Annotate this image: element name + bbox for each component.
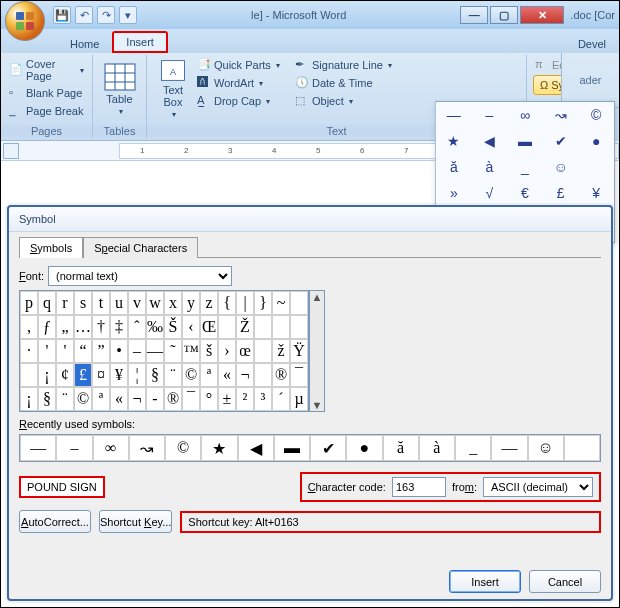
tab-home[interactable]: Home: [57, 34, 112, 53]
quick-parts-button[interactable]: 📑Quick Parts▾: [195, 57, 291, 73]
symbol-cell[interactable]: §: [38, 387, 56, 411]
symbol-quick-cell[interactable]: –: [472, 102, 508, 128]
save-icon[interactable]: 💾: [53, 6, 71, 24]
symbol-quick-cell[interactable]: ◀: [472, 128, 508, 154]
symbol-cell[interactable]: ¦: [128, 363, 146, 387]
signature-line-button[interactable]: ✒Signature Line▾: [293, 57, 405, 73]
symbol-quick-cell[interactable]: _: [507, 154, 543, 180]
symbol-quick-cell[interactable]: ☺: [543, 154, 579, 180]
symbol-cell[interactable]: |: [236, 291, 254, 315]
symbol-cell[interactable]: Ž: [236, 315, 254, 339]
symbol-cell[interactable]: ‰: [146, 315, 164, 339]
symbol-cell[interactable]: z: [200, 291, 218, 315]
recent-symbol-cell[interactable]: _: [455, 435, 491, 461]
symbol-cell[interactable]: ¥: [110, 363, 128, 387]
blank-page-button[interactable]: ▫Blank Page: [7, 85, 86, 101]
minimize-button[interactable]: —: [460, 6, 488, 24]
symbol-quick-cell[interactable]: €: [507, 180, 543, 206]
symbol-cell[interactable]: w: [146, 291, 164, 315]
recent-symbol-cell[interactable]: ©: [165, 435, 201, 461]
symbol-cell[interactable]: °: [200, 387, 218, 411]
symbol-cell[interactable]: ™: [182, 339, 200, 363]
symbol-cell[interactable]: v: [128, 291, 146, 315]
symbol-cell[interactable]: —: [146, 339, 164, 363]
symbol-cell[interactable]: •: [110, 339, 128, 363]
symbol-cell[interactable]: ›: [218, 339, 236, 363]
recent-symbol-cell[interactable]: —: [491, 435, 527, 461]
symbol-quick-cell[interactable]: ∞: [507, 102, 543, 128]
undo-icon[interactable]: ↶: [75, 6, 93, 24]
cover-page-button[interactable]: 📄Cover Page▾: [7, 57, 86, 83]
symbol-cell[interactable]: [218, 315, 236, 339]
symbol-cell[interactable]: ”: [92, 339, 110, 363]
symbol-cell[interactable]: q: [38, 291, 56, 315]
symbol-quick-cell[interactable]: ↝: [543, 102, 579, 128]
symbol-cell[interactable]: s: [74, 291, 92, 315]
symbol-cell[interactable]: …: [74, 315, 92, 339]
qat-dropdown-icon[interactable]: ▾: [119, 6, 137, 24]
symbol-cell[interactable]: Œ: [200, 315, 218, 339]
symbol-cell[interactable]: «: [218, 363, 236, 387]
symbol-quick-cell[interactable]: ✔: [543, 128, 579, 154]
object-button[interactable]: ⬚Object▾: [293, 93, 405, 109]
table-button[interactable]: Table▾: [99, 57, 140, 121]
cancel-button[interactable]: Cancel: [529, 570, 601, 593]
symbol-cell[interactable]: u: [110, 291, 128, 315]
symbol-quick-cell[interactable]: ¥: [578, 180, 614, 206]
header-button[interactable]: ader: [562, 53, 619, 108]
symbol-cell[interactable]: }: [254, 291, 272, 315]
symbol-cell[interactable]: {: [218, 291, 236, 315]
symbol-cell[interactable]: “: [74, 339, 92, 363]
symbol-cell[interactable]: ': [56, 339, 74, 363]
recent-symbol-cell[interactable]: ✔: [310, 435, 346, 461]
recent-symbol-cell[interactable]: —: [20, 435, 56, 461]
symbol-cell[interactable]: ®: [164, 387, 182, 411]
tab-symbols[interactable]: Symbols: [19, 237, 83, 258]
redo-icon[interactable]: ↷: [97, 6, 115, 24]
symbol-quick-cell[interactable]: ▬: [507, 128, 543, 154]
insert-button[interactable]: Insert: [449, 570, 521, 593]
symbol-cell[interactable]: ‹: [182, 315, 200, 339]
symbol-cell[interactable]: ²: [236, 387, 254, 411]
symbol-cell[interactable]: ,: [20, 315, 38, 339]
symbol-cell[interactable]: ¡: [38, 363, 56, 387]
symbol-cell[interactable]: ¯: [290, 363, 308, 387]
symbol-cell[interactable]: [272, 315, 290, 339]
symbol-cell[interactable]: ¨: [56, 387, 74, 411]
symbol-quick-cell[interactable]: —: [436, 102, 472, 128]
symbol-cell[interactable]: ®: [272, 363, 290, 387]
symbol-cell[interactable]: Š: [164, 315, 182, 339]
symbol-cell[interactable]: ª: [200, 363, 218, 387]
symbol-cell[interactable]: ³: [254, 387, 272, 411]
recent-symbol-cell[interactable]: ↝: [129, 435, 165, 461]
maximize-button[interactable]: ▢: [490, 6, 518, 24]
tab-developer[interactable]: Devel: [565, 34, 619, 53]
symbol-cell[interactable]: ¤: [92, 363, 110, 387]
symbol-cell[interactable]: ·: [20, 339, 38, 363]
text-box-button[interactable]: A Text Box▾: [153, 57, 193, 121]
from-select[interactable]: ASCII (decimal): [483, 477, 593, 497]
symbol-quick-cell[interactable]: √: [472, 180, 508, 206]
recent-symbol-cell[interactable]: ●: [346, 435, 382, 461]
symbol-cell[interactable]: [254, 315, 272, 339]
wordart-button[interactable]: 🅰WordArt▾: [195, 75, 291, 91]
symbol-cell[interactable]: r: [56, 291, 74, 315]
page-break-button[interactable]: ⎯Page Break: [7, 103, 86, 119]
symbol-quick-cell[interactable]: ★: [436, 128, 472, 154]
symbol-cell[interactable]: ': [38, 339, 56, 363]
symbol-cell[interactable]: ¬: [236, 363, 254, 387]
symbol-cell[interactable]: x: [164, 291, 182, 315]
symbol-quick-cell[interactable]: »: [436, 180, 472, 206]
symbol-cell[interactable]: [254, 339, 272, 363]
symbol-cell[interactable]: ­: [254, 363, 272, 387]
symbol-cell[interactable]: ~: [272, 291, 290, 315]
symbol-cell[interactable]: [290, 291, 308, 315]
symbol-cell[interactable]: ±: [218, 387, 236, 411]
symbol-cell[interactable]: ©: [74, 387, 92, 411]
symbol-cell[interactable]: £: [74, 363, 92, 387]
symbol-quick-cell[interactable]: £: [543, 180, 579, 206]
symbol-cell[interactable]: Ÿ: [290, 339, 308, 363]
symbol-cell[interactable]: š: [200, 339, 218, 363]
symbol-quick-cell[interactable]: à: [472, 154, 508, 180]
recent-symbol-cell[interactable]: ★: [201, 435, 237, 461]
